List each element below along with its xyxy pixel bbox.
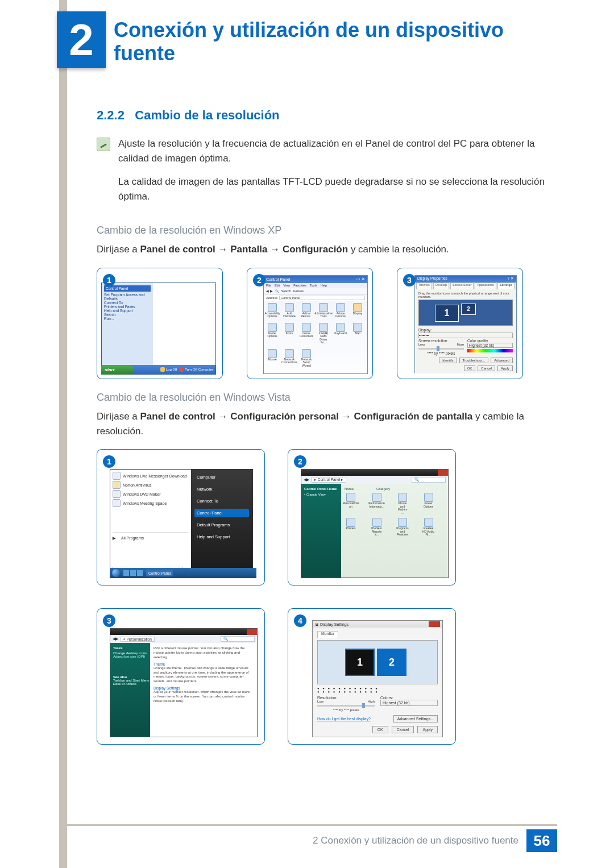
page-footer: 2 Conexión y utilización de un dispositi…	[0, 829, 614, 852]
vista-shot-3: 3 ◀▶ « Personalization 🔍 Tasks Change de…	[97, 608, 265, 745]
vista-orb-icon	[112, 569, 120, 577]
xp-start-button: start	[101, 366, 134, 375]
note-p1: Ajuste la resolución y la frecuencia de …	[118, 136, 551, 167]
xp-shots: 1 Control Panel Set Program Access and D…	[97, 268, 551, 379]
note-icon	[97, 138, 110, 151]
vista-control-panel-window: ◀▶ ▸ Control Panel ▸ 🔍 Control Panel Hom…	[301, 469, 449, 578]
vista-display-settings: 🖥 Display Settings Monitor 1 2 ● ● ● ● ●…	[312, 620, 443, 737]
vista-shot-4: 4 🖥 Display Settings Monitor 1 2 ● ● ● ●…	[288, 608, 456, 745]
vista-shot-1: 1 Windows Live Messenger Download Norton…	[97, 449, 265, 585]
chapter-title: Conexión y utilización de un dispositivo…	[114, 18, 546, 65]
vista-instruction: Diríjase a Panel de control → Configurac…	[97, 409, 551, 439]
step-badge: 1	[103, 274, 115, 286]
chapter-badge: 2	[57, 11, 106, 68]
vertical-rule	[59, 0, 67, 868]
step-badge: 4	[294, 614, 306, 627]
step-badge: 3	[103, 614, 115, 627]
step-badge: 2	[294, 455, 306, 468]
note-body: Ajuste la resolución y la frecuencia de …	[118, 136, 551, 212]
xp-shot-2: 2 Control Panel▭ ✕ File Edit View Favori…	[247, 268, 373, 379]
section-title: Cambio de la resolución	[135, 108, 279, 122]
xp-start-menu: Control Panel Set Program Access and Def…	[101, 283, 216, 375]
xp-subhead: Cambio de la resolución en Windows XP	[97, 225, 551, 236]
footer-text: 2 Conexión y utilización de un dispositi…	[305, 829, 526, 852]
page-number: 56	[526, 829, 557, 852]
xp-shot-3: 3 Display Properties? ✕ Themes Desktop S…	[397, 268, 523, 379]
section-heading: 2.2.2 Cambio de la resolución	[97, 108, 551, 123]
vista-subhead: Cambio de la resolución en Windows Vista	[97, 392, 551, 404]
vista-personalization-window: ◀▶ « Personalization 🔍 Tasks Change desk…	[110, 628, 258, 737]
xp-shot-1: 1 Control Panel Set Program Access and D…	[97, 268, 223, 379]
chapter-number: 2	[69, 14, 93, 66]
step-badge: 2	[253, 274, 265, 286]
xp-control-panel-window: Control Panel▭ ✕ File Edit View Favorite…	[263, 275, 368, 374]
vista-shots: 1 Windows Live Messenger Download Norton…	[97, 449, 551, 745]
step-badge: 1	[103, 455, 115, 468]
xp-start-left: All Programs	[153, 283, 215, 374]
xp-start-right: Control Panel Set Program Access and Def…	[102, 283, 153, 374]
xp-display-properties: Display Properties? ✕ Themes Desktop Scr…	[414, 275, 517, 373]
vista-start-menu: Windows Live Messenger Download Norton A…	[110, 469, 253, 576]
note-p2: La calidad de imagen de las pantallas TF…	[118, 175, 551, 205]
vista-taskbar: Control Panel	[110, 568, 256, 578]
section-number: 2.2.2	[97, 108, 125, 122]
footer-rule	[59, 824, 557, 826]
xp-instruction: Diríjase a Panel de control → Pantalla →…	[97, 242, 551, 257]
step-badge: 3	[403, 274, 416, 286]
vista-shot-2: 2 ◀▶ ▸ Control Panel ▸ 🔍 Control Panel H…	[288, 449, 456, 585]
